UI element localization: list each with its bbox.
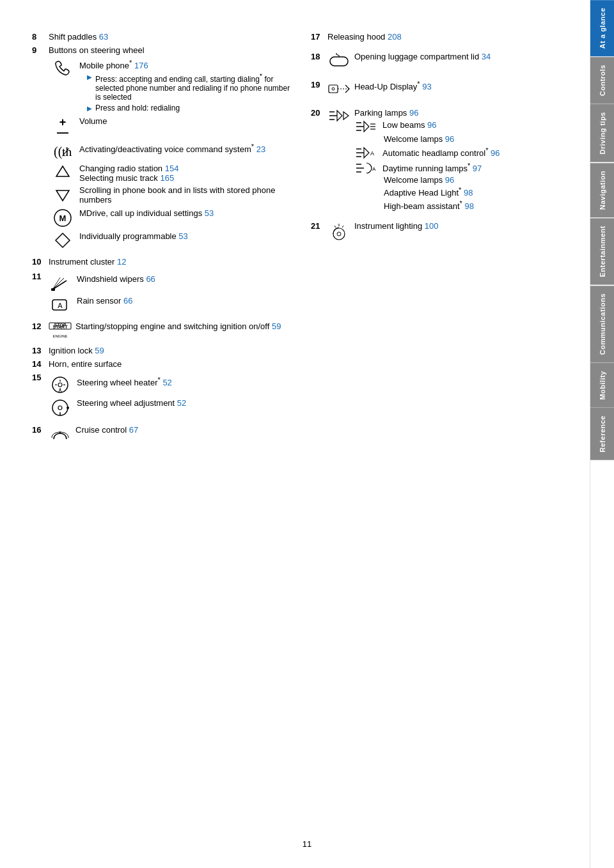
volume-icon-area: + — [51, 116, 74, 138]
radio-icon-area [51, 164, 74, 182]
steering-adj-content: Steering wheel adjustment 52 [77, 398, 292, 408]
entry-title-18: Opening luggage compartment lid 34 [354, 52, 491, 61]
sub-entry-radio: Changing radio station 154 Selecting mus… [51, 164, 292, 183]
sidebar-tab-communications[interactable]: Communications [590, 286, 615, 362]
entry-12: 12 START STOP ENGINE Starting/stopping e… [32, 322, 292, 341]
rain-icon: A [50, 296, 70, 314]
sidebar-tab-controls[interactable]: Controls [590, 57, 615, 104]
svg-text:A: A [372, 166, 376, 172]
entry-13: 13 Ignition lock 59 [32, 346, 292, 355]
entry-content-17: Releasing hood 208 [327, 32, 571, 42]
bullet-icon-1: ▶ [87, 74, 92, 81]
prog-icon-area [51, 231, 74, 249]
high-beam-row: High-beam assistant* 98 [384, 199, 571, 210]
auto-headlamp-content: Automatic headlamp control* 96 [382, 146, 500, 158]
entry-title-14: Horn, entire surface [49, 359, 122, 369]
entry-number-18: 18 [311, 52, 325, 61]
sidebar-tab-entertainment[interactable]: Entertainment [590, 218, 615, 284]
sub-entry-mdrive: M MDrive, call up individual settings 53 [51, 208, 292, 228]
parking-lamps-title: Parking lamps 96 [354, 108, 418, 118]
sidebar-tab-mobility[interactable]: Mobility [590, 363, 615, 408]
scroll-icon-area [51, 185, 74, 203]
entry-number-13: 13 [32, 346, 46, 355]
heater-content: Steering wheel heater* 52 [77, 375, 292, 387]
entry-number-21: 21 [311, 221, 325, 231]
page-container: 8 Shift paddles 63 9 Buttons on steering… [0, 0, 614, 868]
svg-line-20 [59, 389, 60, 392]
auto-headlamp-icon-area: A [354, 146, 377, 159]
entry-title-16: Cruise control 67 [75, 425, 138, 435]
rain-icon-area: A [49, 296, 72, 314]
phone-icon-area [51, 59, 74, 77]
entry-number-9: 9 [32, 45, 46, 55]
entry-20: 20 Parking lamps 96 [311, 108, 571, 211]
entry-content-16: Cruise control 67 [75, 425, 292, 435]
entry-number-11: 11 [32, 272, 46, 281]
sub-heater: Steering wheel heater* 52 [49, 375, 292, 394]
entry-content-21: Instrument lighting 100 [354, 221, 571, 231]
entry-17: 17 Releasing hood 208 [311, 32, 571, 42]
sidebar-tab-at-glance[interactable]: At a glance [590, 0, 615, 56]
entry-21: 21 Instrument lighting 100 [311, 221, 571, 240]
heater-icon-area [49, 375, 72, 394]
entry-15: 15 [32, 373, 292, 417]
volume-label: Volume [79, 116, 107, 126]
svg-marker-39 [364, 121, 369, 132]
left-column: 8 Shift paddles 63 9 Buttons on steering… [32, 32, 292, 842]
entry-number-19: 19 [311, 80, 325, 89]
radio-arrow-icon [54, 164, 72, 182]
entry-18: 18 Opening luggage compartment lid 34 [311, 52, 571, 70]
entry-content-9: Buttons on steering wheel [49, 45, 292, 55]
svg-rect-28 [329, 85, 338, 93]
scroll-label: Scrolling in phone book and in lists wit… [79, 185, 275, 205]
low-beams-content: Low beams 96 [382, 120, 437, 130]
svg-text:((ᵺ: ((ᵺ [54, 144, 72, 159]
bullet-2: ▶ Press and hold: redialing [87, 104, 292, 112]
entry-title-12: Starting/stopping engine and switching i… [75, 322, 281, 331]
svg-text:ENGINE: ENGINE [52, 334, 67, 338]
steering-adj-icon-area: * [49, 398, 72, 417]
entry-content-13: Ignition lock 59 [49, 346, 292, 355]
entry-number-16: 16 [32, 425, 46, 435]
luggage-icon [327, 52, 350, 70]
mdrive-label: MDrive, call up individual settings 53 [79, 208, 214, 218]
main-content: 8 Shift paddles 63 9 Buttons on steering… [0, 0, 590, 868]
svg-marker-46 [364, 148, 369, 158]
entry-number-20: 20 [311, 108, 325, 118]
parking-lamps-icon [328, 109, 350, 122]
sub-entry-scroll: Scrolling in phone book and in lists wit… [51, 185, 292, 205]
entry-content-14: Horn, entire surface [49, 359, 292, 369]
svg-marker-34 [337, 111, 342, 121]
bullet-icon-2: ▶ [87, 105, 92, 112]
entry-19: 19 Head-Up Display* 93 [311, 80, 571, 98]
entry-content-18: Opening luggage compartment lid 34 [354, 52, 571, 61]
scroll-content: Scrolling in phone book and in lists wit… [79, 185, 292, 205]
prog-label: Individually programmable 53 [79, 231, 188, 241]
svg-text:A: A [370, 150, 374, 157]
entry-content-15: Steering wheel heater* 52 * [49, 373, 292, 417]
svg-line-56 [342, 226, 343, 228]
sidebar-tab-navigation[interactable]: Navigation [590, 163, 615, 217]
sidebar-tab-reference[interactable]: Reference [590, 408, 615, 460]
prog-content: Individually programmable 53 [79, 231, 292, 241]
entry-number-8: 8 [32, 32, 46, 42]
sidebar-tab-driving-tips[interactable]: Driving tips [590, 104, 615, 162]
welcome-lamps-row: Welcome lamps 96 [384, 134, 571, 144]
voice-label: Activating/deactivating voice command sy… [79, 144, 265, 154]
svg-point-52 [333, 228, 345, 240]
entry-title-19: Head-Up Display* 93 [354, 82, 432, 91]
entry-content-10: Instrument cluster 12 [49, 257, 292, 267]
page-8[interactable]: 63 [99, 32, 108, 42]
svg-marker-2 [56, 190, 69, 201]
bullet-text-1: Press: accepting and ending call, starti… [95, 72, 292, 102]
hud-icon [327, 80, 350, 98]
low-beams-label: Low beams 96 [382, 120, 437, 130]
instrument-lighting-icon [328, 221, 350, 240]
daytime-content: Daytime running lamps* 97 [382, 162, 482, 173]
sub-low-beams: Low beams 96 [354, 120, 571, 133]
heater-icon [51, 375, 70, 394]
svg-text:*: * [67, 406, 68, 412]
entry-title-21: Instrument lighting 100 [354, 221, 439, 231]
svg-marker-35 [343, 112, 349, 120]
rain-content: Rain sensor 66 [77, 296, 292, 306]
